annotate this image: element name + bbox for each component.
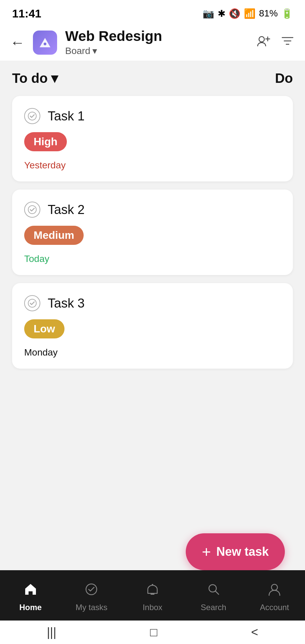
- nav-label-account: Account: [260, 603, 289, 612]
- fab-label: New task: [216, 545, 269, 559]
- task-1-title: Task 1: [48, 109, 85, 123]
- task-2-priority-badge: Medium: [24, 226, 84, 245]
- task-3-priority-badge: Low: [24, 319, 64, 338]
- system-nav: ||| □ <: [0, 621, 305, 644]
- bluetooth-icon: ✱: [218, 8, 225, 19]
- chevron-down-icon: ▾: [92, 45, 97, 56]
- app-bar: ← Web Redesign Board ▾: [0, 24, 305, 61]
- task-3-header: Task 3: [24, 295, 281, 311]
- svg-point-8: [28, 112, 36, 120]
- task-3-date: Monday: [24, 347, 281, 358]
- battery-indicator: 81%: [259, 8, 278, 19]
- svg-point-11: [86, 584, 97, 595]
- app-bar-actions: [256, 34, 295, 51]
- fab-plus-icon: +: [202, 543, 211, 561]
- wifi-icon: 📶: [244, 8, 256, 19]
- done-column-partial: Do: [275, 71, 293, 86]
- nav-item-home[interactable]: Home: [0, 582, 61, 612]
- todo-chevron-icon: ▾: [51, 70, 58, 86]
- nav-label-inbox: Inbox: [143, 603, 163, 612]
- svg-line-14: [215, 591, 219, 594]
- task-1-header: Task 1: [24, 108, 281, 124]
- task-card-1[interactable]: Task 1 High Yesterday: [12, 96, 293, 181]
- task-1-checkbox[interactable]: [24, 108, 40, 124]
- todo-column-header[interactable]: To do ▾: [12, 70, 58, 86]
- nav-item-account[interactable]: Account: [244, 582, 305, 612]
- filter-button[interactable]: [280, 34, 295, 51]
- svg-point-2: [259, 37, 264, 42]
- task-card-2[interactable]: Task 2 Medium Today: [12, 190, 293, 275]
- svg-point-10: [28, 299, 36, 307]
- task-2-checkbox[interactable]: [24, 202, 40, 218]
- home-button[interactable]: □: [150, 625, 158, 639]
- back-button-sys[interactable]: <: [251, 625, 258, 639]
- nav-item-mytasks[interactable]: My tasks: [61, 582, 122, 612]
- task-3-title: Task 3: [48, 296, 85, 311]
- inbox-icon: [145, 582, 160, 600]
- view-label: Board: [65, 46, 90, 56]
- svg-point-15: [271, 584, 277, 590]
- task-3-checkbox[interactable]: [24, 295, 40, 311]
- status-bar: 11:41 📷 ✱ 🔇 📶 81% 🔋: [0, 0, 305, 24]
- nav-label-home: Home: [19, 603, 42, 612]
- home-icon: [23, 582, 38, 600]
- nav-label-search: Search: [201, 603, 226, 612]
- task-card-3[interactable]: Task 3 Low Monday: [12, 283, 293, 369]
- nav-item-inbox[interactable]: Inbox: [122, 582, 183, 612]
- camera-icon: 📷: [203, 8, 214, 19]
- search-icon: [206, 582, 221, 600]
- view-selector[interactable]: Board ▾: [65, 45, 248, 56]
- task-1-date: Yesterday: [24, 160, 281, 171]
- status-time: 11:41: [12, 7, 41, 20]
- bottom-nav: Home My tasks Inbox: [0, 570, 305, 621]
- account-icon: [267, 582, 282, 600]
- project-title: Web Redesign: [65, 29, 248, 44]
- mytasks-icon: [84, 582, 99, 600]
- add-member-button[interactable]: [256, 34, 271, 51]
- app-icon: [33, 31, 57, 55]
- mute-icon: 🔇: [229, 8, 241, 19]
- column-header: To do ▾ Do: [0, 61, 305, 91]
- task-2-title: Task 2: [48, 203, 85, 217]
- todo-column-label: To do: [12, 71, 48, 86]
- nav-label-mytasks: My tasks: [76, 603, 107, 612]
- svg-point-9: [28, 206, 36, 214]
- fab-container: + New task: [186, 533, 285, 570]
- svg-rect-12: [150, 593, 155, 595]
- app-title-block: Web Redesign Board ▾: [65, 29, 248, 56]
- back-button[interactable]: ←: [10, 35, 25, 50]
- battery-icon: 🔋: [281, 8, 293, 19]
- task-1-priority-badge: High: [24, 132, 67, 151]
- nav-item-search[interactable]: Search: [183, 582, 244, 612]
- new-task-button[interactable]: + New task: [186, 533, 285, 570]
- task-2-header: Task 2: [24, 202, 281, 218]
- menu-button[interactable]: |||: [47, 625, 56, 639]
- svg-point-1: [44, 43, 46, 45]
- status-icons: 📷 ✱ 🔇 📶 81% 🔋: [203, 8, 293, 19]
- task-2-date: Today: [24, 254, 281, 264]
